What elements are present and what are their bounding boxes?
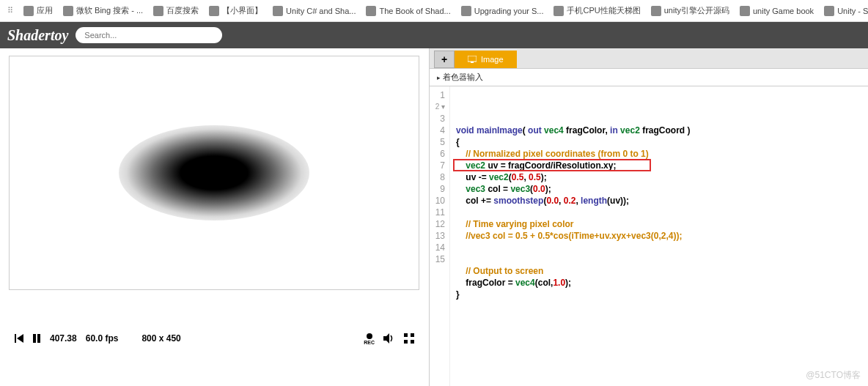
- fullscreen-button[interactable]: [404, 333, 414, 344]
- bookmark-item[interactable]: 【小界面】: [209, 5, 262, 16]
- player-controls: 407.38 60.0 fps 800 x 450 REC: [9, 327, 420, 350]
- bookmark-item[interactable]: Unity - Scripting...: [824, 6, 868, 16]
- svg-rect-8: [404, 340, 408, 344]
- editor-header[interactable]: ▸ 着色器输入: [430, 69, 868, 86]
- rendered-output: [119, 125, 309, 220]
- rewind-button[interactable]: [15, 334, 23, 343]
- code-line[interactable]: //vec3 col = 0.5 + 0.5*cos(iTime+uv.xyx+…: [456, 230, 690, 242]
- favicon-icon: [824, 6, 834, 16]
- tab-label: Image: [481, 55, 504, 64]
- bookmark-label: 百度搜索: [166, 5, 199, 16]
- chevron-right-icon: ▸: [437, 74, 441, 81]
- code-line[interactable]: uv -= vec2(0.5, 0.5);: [456, 171, 690, 183]
- favicon-icon: [651, 6, 661, 16]
- bookmark-label: 手机CPU性能天梯图: [567, 5, 640, 16]
- favicon-icon: [366, 6, 376, 16]
- record-button[interactable]: REC: [364, 333, 375, 345]
- bookmark-label: 【小界面】: [222, 5, 262, 16]
- bookmark-label: The Book of Shad...: [379, 7, 450, 15]
- svg-rect-11: [471, 62, 474, 63]
- svg-rect-6: [404, 333, 408, 337]
- pause-button[interactable]: [32, 334, 41, 343]
- logo[interactable]: Shadertoy: [7, 27, 68, 44]
- volume-button[interactable]: [383, 333, 395, 344]
- favicon-icon: [23, 6, 34, 16]
- search-input[interactable]: [76, 27, 222, 43]
- time-display: 407.38: [50, 333, 77, 344]
- bookmark-item[interactable]: unity Game book: [740, 6, 814, 16]
- favicon-icon: [273, 6, 283, 16]
- code-body[interactable]: void mainImage( out vec4 fragColor, in v…: [450, 86, 696, 386]
- main-content: 407.38 60.0 fps 800 x 450 REC + Image ▸: [0, 48, 868, 386]
- tab-bar: + Image: [430, 48, 868, 69]
- code-editor[interactable]: 12 ▾3456789101112131415 void mainImage( …: [430, 86, 868, 386]
- bookmark-label: Unity - Scripting...: [837, 7, 868, 15]
- bookmark-item[interactable]: unity引擎公开源码: [651, 5, 729, 16]
- editor-pane: + Image ▸ 着色器输入 12 ▾3456789101112131415 …: [429, 48, 868, 386]
- svg-rect-10: [468, 56, 477, 62]
- bookmark-item[interactable]: Upgrading your S...: [461, 6, 544, 16]
- code-line[interactable]: vec2 uv = fragCoord/iResolution.xy;: [456, 160, 690, 171]
- bookmark-label: Unity C# and Sha...: [286, 7, 356, 15]
- bookmark-item[interactable]: 百度搜索: [153, 5, 199, 16]
- code-line[interactable]: [456, 253, 690, 265]
- bookmark-item[interactable]: 应用: [23, 5, 53, 16]
- svg-marker-5: [383, 333, 389, 344]
- favicon-icon: [209, 6, 219, 16]
- svg-point-4: [367, 333, 372, 339]
- favicon-icon: [63, 6, 73, 16]
- site-header: Shadertoy: [0, 22, 868, 48]
- tab-image[interactable]: Image: [455, 51, 517, 68]
- favicon-icon: [553, 6, 564, 16]
- preview-pane: 407.38 60.0 fps 800 x 450 REC: [0, 48, 429, 386]
- bookmark-label: 微软 Bing 搜索 - ...: [76, 5, 143, 16]
- bookmarks-bar: ⠿应用微软 Bing 搜索 - ...百度搜索【小界面】Unity C# and…: [0, 0, 868, 22]
- svg-rect-3: [37, 334, 40, 343]
- bookmark-item[interactable]: Unity C# and Sha...: [273, 6, 356, 16]
- code-line[interactable]: void mainImage( out vec4 fragColor, in v…: [456, 125, 690, 136]
- code-line[interactable]: {: [456, 136, 690, 148]
- bookmark-label: unity Game book: [753, 7, 814, 15]
- bookmark-item[interactable]: 微软 Bing 搜索 - ...: [63, 5, 143, 16]
- editor-header-label: 着色器输入: [443, 73, 483, 81]
- svg-rect-2: [33, 334, 36, 343]
- bookmark-item[interactable]: The Book of Shad...: [366, 6, 450, 16]
- code-line[interactable]: // Time varying pixel color: [456, 218, 690, 230]
- code-line[interactable]: fragColor = vec4(col,1.0);: [456, 277, 690, 289]
- monitor-icon: [468, 56, 477, 63]
- favicon-icon: [461, 6, 471, 16]
- svg-rect-7: [411, 333, 414, 337]
- bookmark-label: Upgrading your S...: [474, 7, 544, 15]
- shader-canvas[interactable]: [9, 56, 419, 290]
- bookmark-label: unity引擎公开源码: [664, 5, 729, 16]
- line-numbers: 12 ▾3456789101112131415: [430, 86, 450, 386]
- bookmark-label: 应用: [37, 5, 53, 16]
- add-tab-button[interactable]: +: [434, 51, 455, 68]
- code-line[interactable]: [456, 207, 690, 218]
- bookmark-item[interactable]: 手机CPU性能天梯图: [553, 5, 640, 16]
- code-line[interactable]: // Normalized pixel coordinates (from 0 …: [456, 148, 690, 160]
- resolution-display: 800 x 450: [141, 333, 180, 344]
- code-line[interactable]: col += smoothstep(0.0, 0.2, length(uv));: [456, 195, 690, 207]
- watermark: @51CTO博客: [806, 369, 861, 382]
- svg-marker-1: [17, 334, 23, 343]
- svg-rect-9: [411, 340, 414, 344]
- code-line[interactable]: [456, 242, 690, 253]
- favicon-icon: [740, 6, 750, 16]
- svg-rect-0: [15, 334, 16, 343]
- fps-display: 60.0 fps: [86, 333, 119, 344]
- code-line[interactable]: // Output to screen: [456, 265, 690, 277]
- favicon-icon: [153, 6, 163, 16]
- code-line[interactable]: vec3 col = vec3(0.0);: [456, 183, 690, 195]
- code-line[interactable]: }: [456, 289, 690, 300]
